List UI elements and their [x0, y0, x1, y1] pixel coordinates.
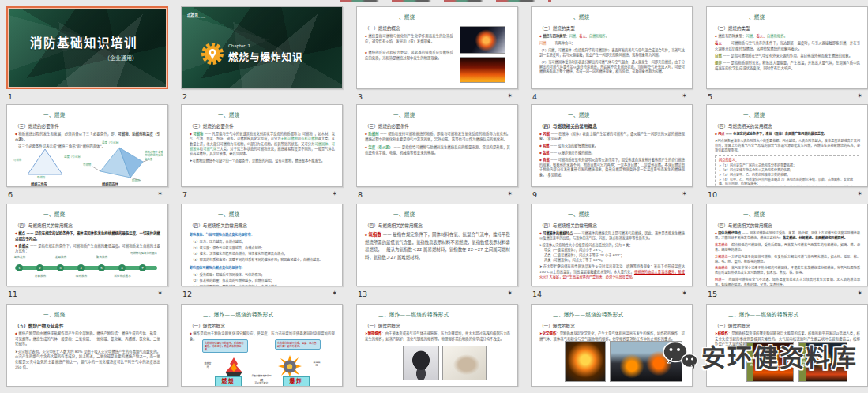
- slide-15-footer: 15: [706, 286, 868, 300]
- slide-number: 15: [708, 290, 717, 298]
- slide-7-thumbnail[interactable]: 一、燃烧 （三）燃烧的必要条件 可燃物 —— 凡是能与空气中的氧或其他氧化剂起化…: [181, 104, 343, 187]
- tetra-label-radicals: 燃烧过程中未受抑制的链式反应自由基: [145, 151, 163, 161]
- paragraph: 温度（引火源） —— 是指供给可燃物与助燃剂发生燃烧反应的能量来源。常见的是热能…: [365, 145, 510, 155]
- slide-10-thumbnail[interactable]: 一、燃烧 （四）与燃烧相关的常用概念 闪点 —— 在规定的试验条件下，液体（固体…: [706, 104, 868, 187]
- slide-12-footer: 12: [181, 286, 343, 300]
- animation-star-icon[interactable]: [682, 191, 687, 197]
- slide-number: 1: [8, 92, 13, 101]
- slide-heading: （一）爆炸的概念: [539, 323, 692, 329]
- slide-9-footer: 9: [531, 187, 693, 200]
- slide-cell-5: 一、燃烧 （二）燃烧的类型 燃烧有四种类型：闪燃、着火、自燃和爆炸。 着火 ——…: [706, 6, 868, 103]
- slide-cell-17: 二、爆炸——燃烧的特殊形式 （一）爆炸的概念 爆炸是指由于物质急剧氧化或分解反应…: [181, 304, 343, 387]
- animation-star-icon[interactable]: [507, 191, 513, 197]
- slide-16-thumbnail[interactable]: 一、燃烧 （五）燃烧产物及其毒性 燃烧产物是指由燃烧或热解作用产生的全部物质。燃…: [6, 304, 168, 387]
- fire-photo: [460, 57, 505, 83]
- triangle-caption: 燃烧三角形: [31, 182, 47, 186]
- timeline-label: 吸附放热: [64, 274, 99, 278]
- section-title: 一、燃烧: [532, 211, 692, 218]
- burn-type: 分解燃烧—分子结构复杂的固体可燃物，在受热后分解出可燃气体再氧化燃烧，如木材、纸…: [715, 255, 860, 264]
- section-title: 一、燃烧: [7, 211, 167, 218]
- section-title: 一、燃烧: [707, 211, 867, 218]
- animation-star-icon[interactable]: [332, 191, 337, 197]
- rule-item: （3）固体的颗粒度：颗粒越细，比表面积越大，自燃点越低；: [191, 285, 335, 286]
- burning-box: 燃烧: [215, 376, 242, 387]
- rule-group-header: 影响固体可燃物自燃点变化的规律有：: [190, 266, 269, 271]
- rule-item: （2）挥发物的数量：挥发出的可燃物越多，自燃点越低；: [191, 279, 335, 283]
- explosion-side-label: 高温高压: [313, 361, 321, 367]
- slide-heading: （四）与燃烧相关的常用概念: [365, 223, 517, 229]
- animation-star-icon[interactable]: [857, 93, 862, 99]
- slide-14-thumbnail[interactable]: 一、燃烧 （四）与燃烧相关的常用概念 可燃液体的燃烧特点 —— 可燃液体的燃烧实…: [531, 204, 693, 286]
- animation-star-icon[interactable]: [682, 290, 687, 297]
- slide-body: ➤物理爆炸：由于液体变成蒸气或气体迅速膨胀，压力急骤增加，并大大超过容器的极限压…: [365, 331, 510, 342]
- chapter-label: Chapter. 1: [228, 43, 250, 48]
- slide-heading: （四）与燃烧相关的常用概念: [190, 223, 342, 229]
- slide-cell-1: 消防基础知识培训 （企业通用） 1: [6, 6, 168, 103]
- slide-4-thumbnail[interactable]: 一、燃烧 （二）燃烧的类型 燃烧有四种类型：闪燃、着火、自燃和爆炸。 闪燃 ——…: [531, 6, 693, 89]
- slide-body: 闪点 —— 在规定的试验条件下，液体（固体）表面能产生闪燃的最低温度。 ➤闪点是…: [715, 132, 860, 153]
- slide-10-footer: 10: [706, 187, 868, 200]
- slide-cell-18: 二、爆炸——燃烧的特殊形式 （一）爆炸的概念 ➤物理爆炸：由于液体变成蒸气或气体…: [356, 304, 518, 387]
- slide-3-thumbnail[interactable]: 一、燃烧 （一）燃烧的概念 燃烧是指可燃物与氧化剂产生化学作用而发生的放热反应，…: [356, 6, 518, 89]
- triangle-label-fuel: 可燃物: [13, 159, 28, 162]
- paragraph: 自燃 —— 是指可燃物质在空气中没有外来火源的作用，靠自热或外热而发生燃烧的现象…: [715, 54, 860, 59]
- tetra-caption: 燃烧四面体: [102, 182, 118, 186]
- burn-type: 阴燃—一些固体可燃物在空气不流通、加热温度较低或含水分较高时发生只冒烟、无火焰的…: [715, 278, 860, 286]
- slide-1-thumbnail[interactable]: 消防基础知识培训 （企业通用）: [6, 6, 168, 89]
- animation-star-icon[interactable]: [157, 191, 163, 197]
- slide-15-thumbnail[interactable]: 一、燃烧 （四）与燃烧相关的常用概念 固体的燃烧特点 —— 固体可燃物必须经过受…: [706, 204, 868, 286]
- slide-18-thumbnail[interactable]: 二、爆炸——燃烧的特殊形式 （一）爆炸的概念 ➤物理爆炸：由于液体变成蒸气或气体…: [356, 304, 518, 387]
- slide-4-footer: 4: [531, 89, 693, 103]
- slide-body: 可燃物 —— 凡是能与空气中的氧或其他氧化剂起化学反应的物质都称为“可燃物”，如…: [190, 132, 335, 164]
- section-title: 一、燃烧: [357, 111, 517, 118]
- section-title: 一、燃烧: [182, 211, 342, 218]
- slide-heading: （四）与燃烧相关的常用概念: [715, 123, 867, 129]
- slide-body: 可燃液体的燃烧特点 —— 可燃液体的燃烧实际上是可燃蒸气的燃烧，因此，液体是否能…: [539, 231, 685, 279]
- triangle-label-oxidizer: 助燃剂: [37, 176, 54, 179]
- slide-5-thumbnail[interactable]: 一、燃烧 （二）燃烧的类型 燃烧有四种类型：闪燃、着火、自燃和爆炸。 着火 ——…: [706, 6, 868, 89]
- slide-heading: （二）燃烧的类型: [539, 25, 692, 32]
- slide-11-thumbnail[interactable]: 一、燃烧 （四）与燃烧相关的常用概念 燃点 —— 是指在规定的试验条件下，液体或…: [6, 204, 168, 286]
- burning-callout: 它的燃烧有烟有火的现象，反应相对缓慢，持续进行，热量逐渐释放出来。: [202, 339, 248, 353]
- wechat-icon: [660, 340, 698, 372]
- animation-star-icon[interactable]: [857, 290, 862, 297]
- slide-9-thumbnail[interactable]: 一、燃烧 （四）与燃烧相关的常用概念 闪燃 —— 在液体（固体）表面上能产生足够…: [531, 104, 693, 187]
- slide-heading: （一）爆炸的概念: [190, 323, 342, 329]
- animation-star-icon[interactable]: [507, 290, 513, 297]
- slide-heading: （一）爆炸的概念: [715, 323, 867, 329]
- slide-body: 影响液体、气体可燃物自燃点变化的规律有： （1）压力：压力越高，自燃点越低； （…: [190, 231, 335, 286]
- slide-2-thumbnail[interactable]: 过渡页 TRANSITION PAGE Chapter. 1 燃烧与爆炸知识: [181, 6, 343, 89]
- slide-6-thumbnail[interactable]: 一、燃烧 （三）燃烧的必要条件 物质燃烧过程的发生和发展，必须具备以下三个必要条…: [6, 104, 168, 187]
- slide-13-thumbnail[interactable]: 一、燃烧 （四）与燃烧相关的常用概念 氧指数 —— 是指在规定条件下，固体材料在…: [356, 204, 518, 286]
- timeline-label: 聚合放热: [85, 255, 119, 259]
- section-title: 一、燃烧: [707, 13, 867, 21]
- slide-17-thumbnail[interactable]: 二、爆炸——燃烧的特殊形式 （一）爆炸的概念 爆炸是指由于物质急剧氧化或分解反应…: [181, 304, 343, 387]
- slide-body: 燃烧产物是指由燃烧或热解作用产生的全部物质。燃烧产物包括：燃烧生成的气体、热量、…: [15, 331, 160, 370]
- rule-item: （1）压力：压力越高，自燃点越低；: [191, 240, 335, 245]
- rule-item: （3）催化：活性催化剂能降低自燃点，钝性催化剂能提高自燃点；: [191, 252, 335, 256]
- definition: 可燃液体的燃烧特点 —— 可燃液体的燃烧实际上是可燃蒸气的燃烧，因此，液体是否能…: [539, 231, 685, 241]
- slide-cell-4: 一、燃烧 （二）燃烧的类型 燃烧有四种类型：闪燃、着火、自燃和爆炸。 闪燃 ——…: [531, 6, 693, 103]
- section-title: 一、燃烧: [7, 111, 167, 118]
- animation-star-icon[interactable]: [682, 93, 687, 99]
- classification-line: 丙类（可燃液体），闪点大于等于 60℃。: [544, 258, 685, 263]
- section-title: 一、燃烧: [182, 111, 342, 118]
- animation-star-icon[interactable]: [332, 290, 337, 297]
- definition: 燃点 —— 是指在规定的试验条件下，液体或固体能发生持续燃烧的最低温度。一切液体…: [15, 231, 160, 241]
- slide-cell-13: 一、燃烧 （四）与燃烧相关的常用概念 氧指数 —— 是指在规定条件下，固体材料在…: [356, 204, 518, 300]
- slide-8-thumbnail[interactable]: 一、燃烧 （三）燃烧的必要条件 助燃剂 —— 帮助和支持可燃物燃烧的物质，即能与…: [356, 104, 518, 187]
- animation-star-icon[interactable]: [857, 191, 862, 197]
- animation-star-icon[interactable]: [507, 93, 513, 99]
- animation-star-icon[interactable]: [157, 290, 163, 297]
- slide-body: 氧指数 —— 是指在规定条件下，固体材料在氧、氮混合气流中，维持平稳燃烧所需的最…: [365, 231, 510, 262]
- tetra-label-heat: 温度（引火源）: [102, 141, 132, 144]
- timeline-node: 5: [98, 264, 105, 271]
- slide-heading: （三）燃烧的必要条件: [15, 123, 167, 129]
- slide-12-thumbnail[interactable]: 一、燃烧 （四）与燃烧相关的常用概念 影响液体、气体可燃物自燃点变化的规律有： …: [181, 204, 343, 286]
- timeline-label: 氧化发热: [6, 255, 37, 259]
- timeline-node: 7: [139, 264, 146, 271]
- slide-1-footer: 1: [6, 89, 168, 103]
- paragraph: ➤火灾统计表明，火灾中死亡人数大约 80% 是由于吸入火灾中燃烧产生的有毒烟气而…: [15, 350, 160, 370]
- match-flame-photo: [460, 26, 505, 54]
- slide-cell-3: 一、燃烧 （一）燃烧的概念 燃烧是指可燃物与氧化剂产生化学作用而发生的放热反应，…: [356, 6, 518, 103]
